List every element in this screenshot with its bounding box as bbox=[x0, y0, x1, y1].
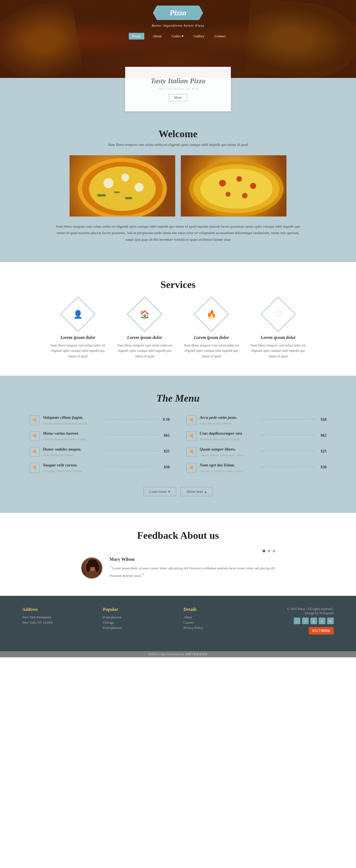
menu-name-l3: Donec sodales magna. bbox=[43, 447, 98, 452]
footer-details-link-2[interactable]: Careers bbox=[184, 621, 253, 625]
footer: Address New York Restaurant New York, NY… bbox=[0, 596, 356, 651]
menu-buttons: Load more ▾ Show less ▴ bbox=[22, 487, 334, 496]
hero-heading: Tasty Italian Pizza bbox=[144, 77, 212, 85]
menu-dots-r1 bbox=[260, 419, 315, 420]
menu-item-l2: 🍕 Metus varius laoreet. Chicken, mozzare… bbox=[30, 431, 170, 441]
footer-details-link-3[interactable]: Privacy Policy bbox=[184, 626, 253, 630]
pizza-icon-l4: 🍕 bbox=[30, 463, 39, 473]
menu-price-l1: $ 50 bbox=[163, 417, 170, 422]
service-card-2: 🏠 Lorem ipsum dolor Nam libero tempore c… bbox=[114, 302, 175, 359]
menu-item-l3: 🍕 Donec sodales magna. Tuna, Sweetcorn, … bbox=[30, 447, 170, 457]
youtube-icon[interactable]: y bbox=[319, 618, 325, 624]
footer-address-col: Address New York Restaurant New York, NY… bbox=[22, 607, 92, 634]
hero-more-button[interactable]: More bbox=[169, 94, 187, 101]
menu-desc-l2: Chicken, mozzarella cheese, onions bbox=[43, 437, 87, 441]
menu-name-l1: Voluptate cillum fugiat. bbox=[43, 415, 97, 420]
load-more-button[interactable]: Load more ▾ bbox=[143, 487, 176, 496]
menu-dots-l1 bbox=[103, 419, 157, 420]
chevron-down-icon: ▾ bbox=[168, 490, 170, 494]
menu-name-l2: Metus varius laoreet. bbox=[43, 431, 98, 436]
nav-codes[interactable]: Codes ▾ bbox=[170, 33, 185, 39]
services-grid: 👤 Lorem ipsum dolor Nam libero tempore c… bbox=[22, 302, 334, 359]
footer-popular-link-1[interactable]: Proin placerat bbox=[103, 615, 172, 619]
hero-cta-box: Tasty Italian Pizza Special Offer to day… bbox=[125, 67, 231, 111]
welcome-images bbox=[22, 155, 334, 217]
avatar-svg bbox=[82, 558, 103, 579]
pizza-svg-2 bbox=[181, 155, 287, 217]
svg-point-21 bbox=[86, 563, 90, 572]
menu-info-r3: Quam semper libero. Cheese, tomato, mush… bbox=[200, 447, 255, 457]
welcome-image-2 bbox=[181, 155, 287, 217]
service-card-1: 👤 Lorem ipsum dolor Nam libero tempore c… bbox=[47, 302, 108, 359]
menu-dots-r3 bbox=[260, 451, 315, 451]
svg-point-14 bbox=[250, 183, 256, 189]
nav-gallery[interactable]: Gallery bbox=[192, 33, 206, 39]
footer-details-col: Details About Careers Privacy Policy bbox=[184, 607, 253, 634]
dot-1[interactable] bbox=[263, 550, 265, 552]
pizza-image-bg-1 bbox=[69, 155, 175, 217]
menu-item-l1: 🍕 Voluptate cillum fugiat. Cheese, tomat… bbox=[30, 415, 170, 426]
main-nav: Home About Codes ▾ Gallery Contact bbox=[129, 33, 227, 39]
pizza-svg-1 bbox=[69, 155, 175, 217]
service-text-3: Nam libero tempore cum soluta nobis est … bbox=[181, 343, 242, 359]
welcome-heading: Welcome bbox=[22, 128, 334, 140]
feedback-content: Mary Wilson " Lorem ipsum dolor sit amet… bbox=[80, 557, 276, 579]
footer-popular-link-2[interactable]: Chicago bbox=[103, 621, 172, 625]
feedback-section: Feedback About us Mary Wilson bbox=[0, 513, 356, 596]
menu-price-l2: $62 bbox=[164, 433, 170, 438]
dot-2[interactable] bbox=[267, 550, 270, 552]
svg-point-15 bbox=[226, 192, 231, 197]
facebook-icon[interactable]: f bbox=[302, 618, 309, 624]
menu-info-l2: Metus varius laoreet. Chicken, mozzarell… bbox=[43, 431, 98, 441]
svg-point-3 bbox=[103, 178, 114, 188]
menu-info-l4: Saugue velit cursus. Pineapple, Minced B… bbox=[43, 463, 98, 473]
menu-desc-r1: Tuna, Sweetcorn, Cheese bbox=[200, 422, 231, 425]
google-icon[interactable]: g bbox=[311, 618, 317, 624]
service-text-4: Nam libero tempore cum soluta nobis est … bbox=[248, 343, 309, 359]
menu-dots-l4 bbox=[103, 467, 159, 467]
pizza-icon-r4: 🍕 bbox=[186, 463, 196, 473]
pizza-icon-l1: 🍕 bbox=[30, 415, 39, 425]
chevron-up-icon: ▴ bbox=[205, 490, 207, 494]
show-less-label: Show less bbox=[186, 490, 203, 494]
service-card-4: ♡ Lorem ipsum dolor Nam libero tempore c… bbox=[248, 302, 309, 359]
menu-dots-l2 bbox=[103, 435, 159, 435]
menu-name-r2: Cras dapibussemper nisi. bbox=[200, 431, 255, 436]
service-diamond-3: 🔥 bbox=[194, 297, 229, 332]
nav-about[interactable]: About bbox=[151, 33, 164, 39]
menu-dots-r2 bbox=[260, 435, 315, 435]
menu-info-l1: Voluptate cillum fugiat. Cheese, tomato,… bbox=[43, 415, 97, 426]
nav-contact[interactable]: Contact bbox=[213, 33, 227, 39]
menu-price-l3: $25 bbox=[164, 449, 170, 454]
watermark-text: 访问www.aigei.com/xielao.com 免费下载更多素材 bbox=[149, 653, 207, 656]
watermark-bar: 访问www.aigei.com/xielao.com 免费下载更多素材 bbox=[0, 651, 356, 657]
hero-title: Pizza bbox=[170, 8, 187, 17]
dot-3[interactable] bbox=[272, 550, 276, 552]
svg-point-12 bbox=[219, 180, 226, 186]
avatar-image bbox=[82, 558, 102, 578]
feedback-dots-row bbox=[80, 550, 276, 552]
linkedin-icon[interactable]: in bbox=[327, 618, 334, 624]
menu-name-r3: Quam semper libero. bbox=[200, 447, 255, 452]
footer-details-link-1[interactable]: About bbox=[184, 615, 253, 619]
footer-address-heading: Address bbox=[22, 607, 92, 612]
menu-desc-l3: Tuna, Sweetcorn, Cheese bbox=[43, 453, 74, 457]
welcome-body: Nam libero tempore cum soluta nobia est … bbox=[53, 223, 303, 251]
services-section: Services 👤 Lorem ipsum dolor Nam libero … bbox=[0, 262, 356, 376]
twitter-icon[interactable]: t bbox=[294, 618, 300, 624]
menu-dots-r4 bbox=[260, 467, 315, 467]
show-less-button[interactable]: Show less ▴ bbox=[181, 487, 212, 496]
menu-desc-r2: Pineapple, Minced Beef, Cheese bbox=[200, 437, 239, 441]
svg-rect-7 bbox=[125, 197, 132, 199]
menu-desc-l4: Pineapple, Minced Beef, Cheese bbox=[43, 469, 83, 472]
testimonial-quote: " Lorem ipsum dolor sit amet consec tetu… bbox=[109, 564, 276, 579]
download-template-button[interactable]: 前往下载模板 bbox=[309, 627, 334, 634]
svg-point-22 bbox=[95, 563, 99, 572]
footer-popular-col: Popular Proin placerat Chicago Proin pla… bbox=[103, 607, 172, 634]
menu-price-r4: $30 bbox=[321, 465, 326, 469]
hero-tagline: Better Ingredients better Pizza bbox=[152, 23, 204, 28]
nav-home[interactable]: Home bbox=[129, 33, 144, 39]
feedback-heading: Feedback About us bbox=[22, 530, 334, 541]
footer-popular-link-3[interactable]: Proin placerat bbox=[103, 626, 172, 630]
hero-banner: Pizza bbox=[153, 6, 203, 20]
